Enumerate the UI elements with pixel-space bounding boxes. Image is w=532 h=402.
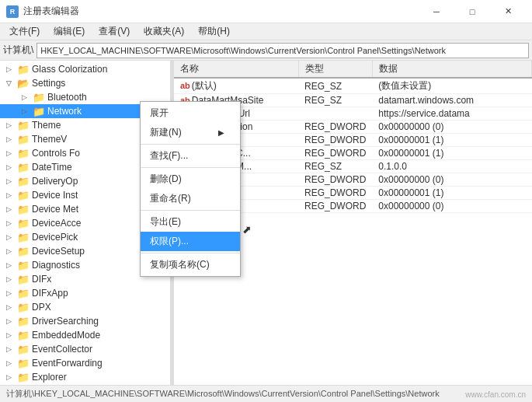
tree-item-settings[interactable]: ▽ 📂 Settings	[0, 76, 170, 90]
ctx-find[interactable]: 查找(F)...	[141, 146, 240, 166]
ctx-copyname[interactable]: 复制项名称(C)	[141, 255, 240, 274]
tree-label-difxapp: DIFxApp	[32, 288, 68, 299]
ctx-new[interactable]: 新建(N) ▶	[141, 123, 240, 142]
tree-arrow-deviceacce: ▷	[6, 219, 16, 227]
col-header-data[interactable]: 数据	[372, 61, 531, 78]
tree-item-difxapp[interactable]: ▷ 📁 DIFxApp	[0, 286, 170, 300]
tree-label-dpx: DPX	[32, 302, 51, 313]
ctx-rename[interactable]: 重命名(R)	[141, 189, 240, 208]
ctx-separator-3	[141, 210, 240, 211]
tree-label-explorer: Explorer	[32, 372, 67, 383]
address-path[interactable]: HKEY_LOCAL_MACHINE\SOFTWARE\Microsoft\Wi…	[37, 43, 529, 58]
tree-arrow-datetime: ▷	[6, 163, 16, 171]
tree-label-difx: DIFx	[32, 274, 51, 285]
menu-help[interactable]: 帮助(H)	[192, 23, 236, 40]
tree-arrow-devicemet: ▷	[6, 205, 16, 213]
tree-label-eventforwarding: EventForwarding	[32, 358, 103, 369]
tree-item-dpx[interactable]: ▷ 📁 DPX	[0, 300, 170, 314]
tree-arrow-settings: ▽	[6, 79, 16, 87]
menu-edit[interactable]: 编辑(E)	[47, 23, 91, 40]
row-type: REG_SZ	[298, 78, 372, 94]
row-data: 0.1.0.0	[372, 160, 531, 173]
title-controls: ─ □ ✕	[419, 0, 526, 23]
tree-label-eventcollector: EventCollector	[32, 344, 92, 355]
address-bar: 计算机\ HKEY_LOCAL_MACHINE\SOFTWARE\Microso…	[0, 40, 532, 61]
tree-arrow-deliveryop: ▷	[6, 177, 16, 185]
tree-arrow-themev: ▷	[6, 135, 16, 143]
col-header-type[interactable]: 类型	[298, 61, 372, 78]
tree-arrow-bluetooth: ▷	[22, 93, 31, 101]
folder-icon-bluetooth: 📁	[33, 92, 45, 103]
row-data: 0x00000001 (1)	[372, 187, 531, 200]
folder-icon-diagnostics: 📁	[17, 260, 30, 271]
tree-label-themev: ThemeV	[32, 134, 67, 145]
tree-arrow-devicepick: ▷	[6, 233, 16, 241]
folder-icon-difxapp: 📁	[17, 288, 30, 299]
folder-icon-eventcollector: 📁	[17, 344, 30, 355]
row-type: REG_DWORD	[298, 121, 372, 134]
tree-label-theme: Theme	[32, 120, 61, 131]
row-data: datamart.windows.com	[372, 94, 531, 107]
tree-label-embeddedmode: EmbeddedMode	[32, 330, 100, 341]
row-data: (数值未设置)	[372, 78, 531, 94]
tree-arrow-driversearching: ▷	[6, 317, 16, 325]
tree-item-eventcollector[interactable]: ▷ 📁 EventCollector	[0, 342, 170, 356]
tree-arrow-difxapp: ▷	[6, 289, 16, 297]
tree-item-glass[interactable]: ▷ 📁 Glass Colorization	[0, 62, 170, 76]
tree-label-deviceacce: DeviceAcce	[32, 218, 81, 229]
folder-icon-settings: 📂	[17, 78, 30, 89]
tree-label-devicepick: DevicePick	[32, 232, 78, 243]
tree-arrow-dpx: ▷	[6, 303, 16, 311]
tree-item-eventforwarding[interactable]: ▷ 📁 EventForwarding	[0, 356, 170, 370]
table-row[interactable]: ab(默认) REG_SZ (数值未设置)	[174, 78, 532, 94]
tree-arrow-theme: ▷	[6, 121, 16, 129]
menu-favorites[interactable]: 收藏夹(A)	[137, 23, 190, 40]
main-content: ▷ 📁 Glass Colorization ▽ 📂 Settings ▷ 📁 …	[0, 61, 532, 385]
folder-icon-glass: 📁	[17, 64, 30, 75]
folder-icon-deliveryop: 📁	[17, 176, 30, 187]
ctx-delete[interactable]: 删除(D)	[141, 170, 240, 189]
row-data: 0x00000000 (0)	[372, 200, 531, 213]
tree-item-explorer[interactable]: ▷ 📁 Explorer	[0, 370, 170, 384]
tree-arrow-embeddedmode: ▷	[6, 331, 16, 339]
row-type: REG_DWORD	[298, 200, 372, 213]
tree-label-settings: Settings	[32, 78, 65, 89]
tree-label-driversearching: DriverSearching	[32, 316, 99, 327]
row-type	[298, 107, 372, 121]
tree-arrow-glass: ▷	[6, 65, 16, 73]
tree-label-bluetooth: Bluetooth	[47, 92, 87, 103]
title-bar: R 注册表编辑器 ─ □ ✕	[0, 0, 532, 23]
row-name: ab(默认)	[174, 78, 298, 94]
tree-arrow-difx: ▷	[6, 275, 16, 283]
status-text: 计算机\HKEY_LOCAL_MACHINE\SOFTWARE\Microsof…	[6, 388, 440, 400]
tree-item-embeddedmode[interactable]: ▷ 📁 EmbeddedMode	[0, 328, 170, 342]
menu-view[interactable]: 查看(V)	[92, 23, 136, 40]
ctx-expand[interactable]: 展开	[141, 103, 240, 123]
tree-label-deviceinst: Device Inst	[32, 190, 78, 201]
ctx-permissions[interactable]: 权限(P)...	[141, 232, 240, 251]
folder-icon-devicemet: 📁	[17, 204, 30, 215]
minimize-button[interactable]: ─	[419, 0, 454, 23]
ctx-separator-4	[141, 253, 240, 253]
close-button[interactable]: ✕	[490, 0, 526, 23]
context-menu: 展开 新建(N) ▶ 查找(F)... 删除(D) 重命名(R) 导出(E) 权…	[140, 101, 241, 277]
col-header-name[interactable]: 名称	[174, 61, 298, 78]
tree-label-controlsfo: Controls Fo	[32, 148, 80, 159]
row-data: 0x00000001 (1)	[372, 134, 531, 147]
folder-icon-themev: 📁	[17, 134, 30, 145]
tree-label-devicesetup: DeviceSetup	[32, 246, 85, 257]
ctx-export[interactable]: 导出(E)	[141, 212, 240, 232]
row-type: REG_SZ	[298, 160, 372, 173]
folder-icon-eventforwarding: 📁	[17, 358, 30, 369]
row-data: 0x00000001 (1)	[372, 147, 531, 160]
menu-file[interactable]: 文件(F)	[3, 23, 46, 40]
row-type: REG_DWORD	[298, 134, 372, 147]
folder-icon-dpx: 📁	[17, 302, 30, 313]
maximize-button[interactable]: □	[454, 0, 490, 23]
row-type: REG_DWORD	[298, 187, 372, 200]
folder-icon-embeddedmode: 📁	[17, 330, 30, 341]
tree-arrow-network: ▷	[22, 107, 31, 115]
folder-icon-devicesetup: 📁	[17, 246, 30, 257]
folder-icon-explorer: 📁	[17, 372, 30, 383]
tree-item-driversearching[interactable]: ▷ 📁 DriverSearching	[0, 314, 170, 328]
